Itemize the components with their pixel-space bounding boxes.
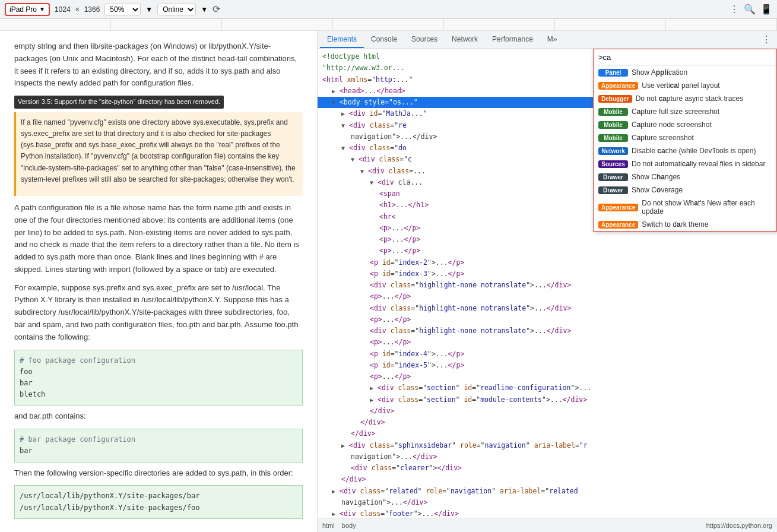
tree-line[interactable]: <p id="index-3">...</p> xyxy=(318,268,777,280)
tree-line[interactable]: <p>...</p> xyxy=(318,314,777,325)
html-tree[interactable]: <!doctype html "http://www.w3.or... <htm… xyxy=(318,49,777,518)
autocomplete-item-text: Capture screenshot xyxy=(632,134,694,142)
autocomplete-item-text: Show Coverage xyxy=(632,186,683,194)
tree-line[interactable]: </div> xyxy=(318,428,777,439)
autocomplete-item-text: Do not automatically reveal files in sid… xyxy=(632,160,765,168)
tree-line[interactable]: </div> xyxy=(318,417,777,428)
autocomplete-item-text: Do not show What's New after each update xyxy=(642,199,772,216)
para2: If a file named "pyvenv.cfg" exists one … xyxy=(21,117,298,185)
badge-drawer: Drawer xyxy=(598,186,628,194)
network-selector[interactable]: Online Offline xyxy=(157,4,196,15)
badge-panel: Panel xyxy=(598,69,628,77)
device-mode-icon[interactable]: 📱 xyxy=(760,4,772,15)
badge-appearance: Appearance xyxy=(598,221,638,229)
autocomplete-item-debugger[interactable]: Debugger Do not capture async stack trac… xyxy=(594,92,776,105)
autocomplete-item-appearance-1[interactable]: Appearance Use vertical panel layout xyxy=(594,79,776,92)
tree-line[interactable]: <div class="highlight-none notranslate">… xyxy=(318,325,777,337)
rotate-icon[interactable]: ⟳ xyxy=(213,4,220,15)
height-display: 1366 xyxy=(84,5,100,14)
tree-line[interactable]: <div class="highlight-none notranslate">… xyxy=(318,303,777,314)
badge-mobile: Mobile xyxy=(598,108,628,116)
tree-line[interactable]: navigation">...</div> xyxy=(318,451,777,463)
code-block-1: # foo package configuration foobarbletch xyxy=(14,350,303,406)
tree-line[interactable]: <p>...</p> xyxy=(318,245,777,256)
ruler-segment xyxy=(0,19,111,30)
badge-drawer: Drawer xyxy=(598,173,628,181)
autocomplete-item-sources[interactable]: Sources Do not automatically reveal file… xyxy=(594,157,776,170)
autocomplete-item-panel[interactable]: Panel Show Application xyxy=(594,66,776,79)
para4: For example, suppose sys.prefix and sys.… xyxy=(14,282,303,344)
para5: and bar.pth contains: xyxy=(14,410,303,423)
ruler-segment xyxy=(666,19,777,30)
tree-line[interactable]: ▶ <div class="footer">...</div> xyxy=(318,508,777,518)
autocomplete-item-drawer-2[interactable]: Drawer Show Coverage xyxy=(594,183,776,197)
network-arrow: ▼ xyxy=(201,5,208,14)
code-content-1: foobarbletch xyxy=(20,366,297,401)
ruler-segment xyxy=(444,19,555,30)
code-content-3: /usr/local/lib/pythonX.Y/site-packages/b… xyxy=(20,490,297,513)
autocomplete-search-input[interactable]: >ca xyxy=(598,53,772,62)
ruler-segment xyxy=(111,19,222,30)
device-dropdown-arrow: ▼ xyxy=(39,6,45,12)
autocomplete-dropdown: >ca Panel Show Application Appearance Us… xyxy=(593,49,777,232)
tree-line[interactable]: <p>...</p> xyxy=(318,291,777,302)
device-selector[interactable]: iPad Pro ▼ xyxy=(5,3,50,16)
badge-debugger: Debugger xyxy=(598,95,632,103)
top-toolbar: iPad Pro ▼ 1024 × 1366 50% 75% 100% ▼ On… xyxy=(0,0,777,19)
autocomplete-item-text: Do not capture async stack traces xyxy=(636,94,743,103)
tree-line[interactable]: ▶ <div class="section" id="readline-conf… xyxy=(318,382,777,394)
tree-line[interactable]: ▶ <div class="sphinxsidebar" role="navig… xyxy=(318,440,777,451)
autocomplete-item-appearance-2[interactable]: Appearance Do not show What's New after … xyxy=(594,197,776,218)
code-block-2: # bar package configuration bar xyxy=(14,429,303,462)
badge-appearance: Appearance xyxy=(598,204,638,211)
tree-line[interactable]: </div> xyxy=(318,406,777,417)
inspect-icon[interactable]: 🔍 xyxy=(744,4,756,15)
tab-elements[interactable]: Elements xyxy=(320,31,364,48)
para1: empty string and then lib/site-packages … xyxy=(14,40,303,90)
autocomplete-item-mobile-3[interactable]: Mobile Capture screenshot xyxy=(594,131,776,144)
tree-line[interactable]: <p id="index-2">...</p> xyxy=(318,257,777,268)
devtools-tabs: Elements Console Sources Network Perform… xyxy=(318,31,777,49)
autocomplete-item-text: Switch to dark theme xyxy=(642,220,708,229)
tree-line[interactable]: <p id="index-5">...</p> xyxy=(318,360,777,371)
warning-box: If a file named "pyvenv.cfg" exists one … xyxy=(14,112,303,196)
main-area: empty string and then lib/site-packages … xyxy=(0,31,777,532)
tree-line[interactable]: <p>...</p> xyxy=(318,337,777,348)
tree-line[interactable]: <div class="highlight-none notranslate">… xyxy=(318,280,777,291)
autocomplete-item-drawer-1[interactable]: Drawer Show Changes xyxy=(594,170,776,183)
tab-more[interactable]: M» xyxy=(540,31,564,48)
code-comment-2: # bar package configuration xyxy=(20,434,297,445)
zoom-selector[interactable]: 50% 75% 100% xyxy=(104,4,141,15)
ruler-segment xyxy=(555,19,666,30)
tree-line[interactable]: navigation">...</div> xyxy=(318,497,777,508)
breadcrumb-body[interactable]: body xyxy=(342,522,356,529)
tree-line[interactable]: ▶ <div class="related" role="navigation"… xyxy=(318,486,777,497)
autocomplete-item-network[interactable]: Network Disable cache (while DevTools is… xyxy=(594,144,776,157)
page-content: empty string and then lib/site-packages … xyxy=(0,31,318,532)
autocomplete-item-text: Disable cache (while DevTools is open) xyxy=(632,147,756,155)
para6: Then the following version-specific dire… xyxy=(14,467,303,480)
tab-performance[interactable]: Performance xyxy=(485,31,540,48)
tree-line[interactable]: </div> xyxy=(318,474,777,485)
autocomplete-item-text: Capture full size screenshot xyxy=(632,107,719,116)
tab-console[interactable]: Console xyxy=(364,31,404,48)
tree-line[interactable]: <p>...</p> xyxy=(318,234,777,245)
tree-line[interactable]: <p id="index-4">...</p> xyxy=(318,349,777,360)
autocomplete-item-text: Show Application xyxy=(632,68,687,77)
breadcrumb-html[interactable]: html xyxy=(322,522,335,529)
badge-network: Network xyxy=(598,147,628,155)
tab-sources[interactable]: Sources xyxy=(404,31,445,48)
devtools-more-icon[interactable]: ⋮ xyxy=(758,34,775,45)
ruler-row xyxy=(0,19,777,31)
badge-sources: Sources xyxy=(598,160,628,168)
autocomplete-item-mobile-2[interactable]: Mobile Capture node screenshot xyxy=(594,118,776,131)
tree-line[interactable]: ▶ <div class="section" id="module-conten… xyxy=(318,394,777,406)
device-label: iPad Pro xyxy=(9,5,37,14)
more-options-icon[interactable]: ⋮ xyxy=(730,4,739,15)
tree-line[interactable]: <p>...</p> xyxy=(318,371,777,382)
tree-line[interactable]: <div class="clearer"></div> xyxy=(318,463,777,474)
autocomplete-item-appearance-3[interactable]: Appearance Switch to dark theme xyxy=(594,218,776,231)
autocomplete-item-mobile-1[interactable]: Mobile Capture full size screenshot xyxy=(594,105,776,118)
version-badge: Version 3.5: Support for the "site-pytho… xyxy=(14,96,224,109)
tab-network[interactable]: Network xyxy=(445,31,485,48)
